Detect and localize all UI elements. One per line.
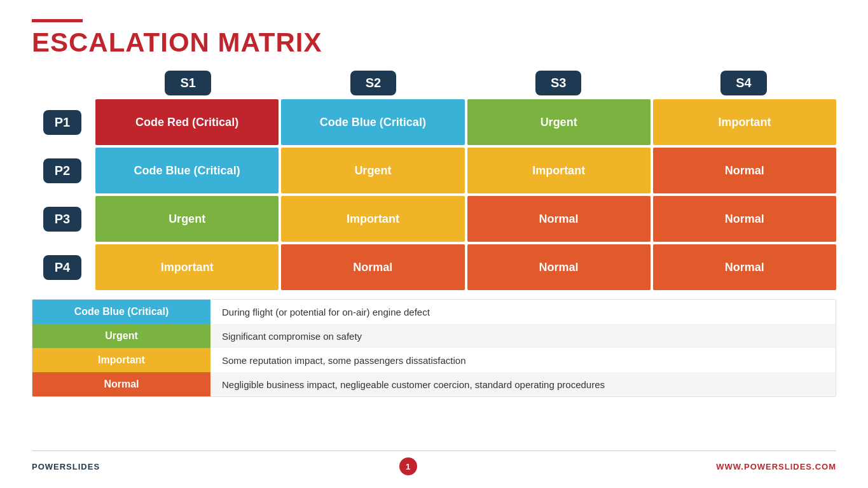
legend-desc-normal: Negligible business impact, negligeable … [210,372,836,396]
cell-p4-s3: Normal [467,244,651,290]
cell-p3-s1: Urgent [95,196,279,242]
legend-area: Code Blue (Critical) During flight (or p… [32,299,836,397]
cell-p2-s1: Code Blue (Critical) [95,148,279,193]
col-header-s1: S1 [95,71,280,95]
footer: POWERSLIDES 1 WWW.POWERSLIDES.COM [32,450,836,475]
col-header-s2: S2 [280,71,465,95]
title-prefix: ESCALATION [32,27,218,57]
legend-label-urgent: Urgent [32,324,210,348]
cell-p1-s4: Important [653,99,836,145]
row-label-p4: P4 [32,244,93,290]
matrix-row-p3: P3 Urgent Important Normal Normal [32,196,836,242]
legend-row-code-blue: Code Blue (Critical) During flight (or p… [32,300,836,324]
page-title: ESCALATION MATRIX [32,27,836,58]
legend-desc-urgent: Significant compromise on safety [210,324,836,348]
footer-page-number: 1 [399,457,417,475]
header-accent-line [32,19,83,22]
legend-desc-code-blue: During flight (or potential for on-air) … [210,300,836,324]
cell-p3-s2: Important [281,196,464,242]
cell-p3-s3: Normal [467,196,651,242]
cell-p2-s4: Normal [653,148,836,193]
row-label-badge-p2: P2 [43,158,81,183]
matrix-rows: P1 Code Red (Critical) Code Blue (Critic… [32,99,836,290]
legend-desc-important: Some reputation impact, some passengers … [210,348,836,372]
footer-brand: POWERSLIDES [32,462,100,471]
col-headers-row: S1 S2 S3 S4 [95,71,836,95]
cell-p2-s2: Urgent [281,148,464,193]
cell-p4-s1: Important [95,244,279,290]
col-header-s4: S4 [651,71,836,95]
col-header-badge-s2: S2 [350,71,396,95]
legend-label-code-blue: Code Blue (Critical) [32,300,210,324]
cell-p3-s4: Normal [653,196,836,242]
matrix-row-p1: P1 Code Red (Critical) Code Blue (Critic… [32,99,836,145]
matrix-row-p2: P2 Code Blue (Critical) Urgent Important… [32,148,836,193]
legend-row-important: Important Some reputation impact, some p… [32,348,836,372]
legend-label-normal: Normal [32,372,210,396]
page: ESCALATION MATRIX S1 S2 S3 S4 P1 [0,0,868,488]
row-label-p1: P1 [32,99,93,145]
row-label-badge-p3: P3 [43,207,81,232]
col-header-badge-s1: S1 [165,71,210,95]
cell-p4-s4: Normal [653,244,836,290]
col-header-badge-s4: S4 [720,71,766,95]
row-label-badge-p4: P4 [43,255,81,280]
cell-p1-s3: Urgent [467,99,651,145]
cell-p2-s3: Important [467,148,651,193]
legend-row-urgent: Urgent Significant compromise on safety [32,324,836,348]
cell-p1-s2: Code Blue (Critical) [281,99,464,145]
row-label-p2: P2 [32,148,93,193]
row-label-badge-p1: P1 [43,110,81,135]
row-label-p3: P3 [32,196,93,242]
col-header-s3: S3 [466,71,651,95]
col-header-badge-s3: S3 [535,71,581,95]
title-highlight: MATRIX [218,27,322,57]
cell-p1-s1: Code Red (Critical) [95,99,279,145]
matrix-area: S1 S2 S3 S4 P1 Code Red (Critical) Code … [32,71,836,450]
legend-row-normal: Normal Negligible business impact, negli… [32,372,836,396]
matrix-row-p4: P4 Important Normal Normal Normal [32,244,836,290]
cell-p4-s2: Normal [281,244,464,290]
footer-url: WWW.POWERSLIDES.COM [716,462,836,471]
legend-label-important: Important [32,348,210,372]
